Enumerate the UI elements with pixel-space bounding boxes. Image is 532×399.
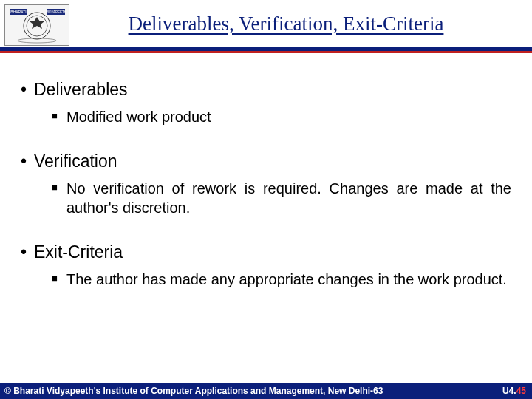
section-deliverables: • Deliverables ■ Modified work product: [21, 80, 511, 126]
slide-footer: © Bharati Vidyapeeth's Institute of Comp…: [0, 383, 532, 399]
footer-copyright: © Bharati Vidyapeeth's Institute of Comp…: [4, 386, 383, 396]
subitem-list: ■ No verification of rework is required.…: [21, 179, 511, 217]
bullet-square-icon: ■: [52, 107, 66, 125]
subitem-list: ■ Modified work product: [21, 107, 511, 126]
bullet-dot-icon: •: [21, 80, 34, 100]
slide-title: Deliverables, Verification, Exit-Criteri…: [69, 13, 532, 35]
section-verification: • Verification ■ No verification of rewo…: [21, 151, 511, 217]
slide-content: • Deliverables ■ Modified work product •…: [0, 53, 532, 289]
section-heading: Deliverables: [34, 80, 128, 100]
header-divider: [0, 47, 532, 53]
section-exit-criteria: • Exit-Criteria ■ The author has made an…: [21, 242, 511, 289]
bullet-dot-icon: •: [21, 151, 34, 171]
logo-banner-bottom: VIDYAPEETH: [46, 10, 66, 14]
section-heading-row: • Deliverables: [21, 80, 511, 100]
institute-logo: BHARATI VIDYAPEETH: [4, 4, 69, 46]
section-heading: Exit-Criteria: [34, 242, 123, 262]
section-list: • Deliverables ■ Modified work product •…: [21, 80, 511, 289]
subitem-text: Modified work product: [66, 107, 511, 126]
footer-page-info: U4.45: [502, 386, 526, 396]
subitem-text: The author has made any appropriate chan…: [66, 270, 511, 289]
logo-banner-top: BHARATI: [10, 10, 26, 14]
slide-header: BHARATI VIDYAPEETH Deliverables, Verific…: [0, 0, 532, 47]
footer-page-number: 45: [516, 386, 526, 396]
subitem-list: ■ The author has made any appropriate ch…: [21, 270, 511, 289]
footer-unit: U4.: [502, 386, 516, 396]
list-item: ■ No verification of rework is required.…: [52, 179, 511, 217]
bullet-square-icon: ■: [52, 270, 66, 287]
list-item: ■ The author has made any appropriate ch…: [52, 270, 511, 289]
section-heading-row: • Verification: [21, 151, 511, 171]
bullet-square-icon: ■: [52, 179, 66, 197]
section-heading: Verification: [34, 151, 117, 171]
bullet-dot-icon: •: [21, 242, 34, 262]
logo-emblem-icon: BHARATI VIDYAPEETH: [7, 7, 66, 44]
section-heading-row: • Exit-Criteria: [21, 242, 511, 262]
subitem-text: No verification of rework is required. C…: [66, 179, 511, 217]
list-item: ■ Modified work product: [52, 107, 511, 126]
